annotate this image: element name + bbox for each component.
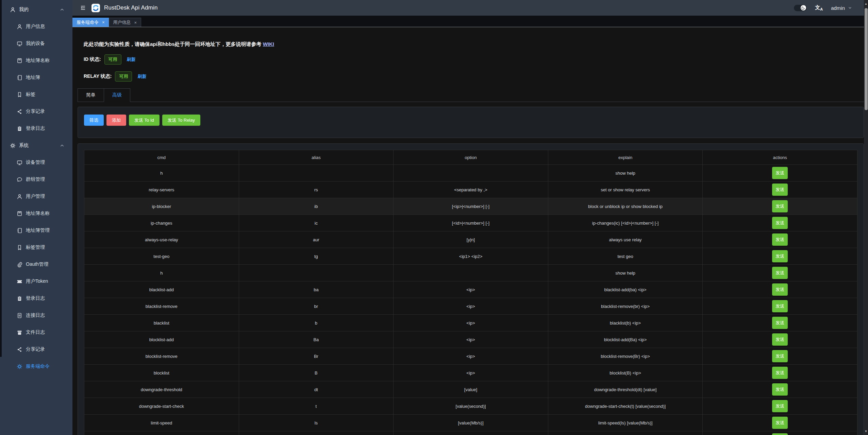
sidebar-item-Oauth管理[interactable]: Oauth管理 [2,256,72,273]
table-cell: always-use-relay [84,231,239,248]
send-button[interactable]: 发送 [772,367,788,379]
send-button[interactable]: 发送 [772,250,788,262]
table-cell-actions: 发送 [703,315,857,331]
sidebar-item-分享记录[interactable]: 分享记录 [2,341,72,358]
send-button[interactable]: 发送 [772,267,788,279]
send-button[interactable]: 发送 [772,400,788,412]
table-cell: blocklist [84,365,239,381]
toolbar-button-筛选[interactable]: 筛选 [84,115,104,126]
table-cell: ls [239,415,394,431]
close-icon[interactable]: × [134,20,137,25]
sidebar-item-地址簿[interactable]: 地址簿 [2,69,72,86]
table-cell-actions: 发送 [703,331,857,348]
scroll-up-icon[interactable]: ▲ [864,2,868,5]
sidebar-item-label: 设备管理 [26,159,45,166]
table-cell: rs [239,181,394,198]
refresh-link[interactable]: 刷新 [127,56,136,63]
table-cell: ip-changes [84,215,239,231]
send-button[interactable]: 发送 [772,317,788,329]
sidebar-section-0[interactable]: 我的 [2,1,72,18]
clipboard-icon [17,296,22,301]
sidebar-item-群组管理[interactable]: 群组管理 [2,171,72,188]
sidebar-item-用户管理[interactable]: 用户管理 [2,188,72,205]
sidebar-item-登录日志[interactable]: 登录日志 [2,120,72,137]
refresh-link[interactable]: 刷新 [137,73,146,80]
send-button[interactable]: 发送 [772,350,788,362]
send-button[interactable]: 发送 [772,184,788,196]
user-menu[interactable]: admin [831,5,852,11]
sidebar-item-用户Token[interactable]: 用户Token [2,273,72,290]
notice-text: 此处功能为实验性质，请确保api和hbbs处于同一回环地址下，更多说明请参考 [84,41,263,47]
chevron-down-icon [848,5,852,10]
table-cell-actions: 发送 [703,198,857,215]
sidebar-item-地址簿管理[interactable]: 地址簿管理 [2,222,72,239]
scroll-down-icon[interactable]: ▼ [864,430,868,433]
sidebar-item-label: 文件日志 [26,329,45,335]
sidebar-item-我的设备[interactable]: 我的设备 [2,35,72,52]
sidebar-section-1[interactable]: 系统 [2,137,72,154]
table-cell: ip-blocker [84,198,239,215]
main-content: 此处功能为实验性质，请确保api和hbbs处于同一回环地址下，更多说明请参考 W… [72,28,864,435]
send-button[interactable]: 发送 [772,217,788,229]
sidebar-item-地址簿名称[interactable]: 地址簿名称 [2,205,72,222]
toolbar-button-添加[interactable]: 添加 [106,115,126,126]
send-button[interactable]: 发送 [772,383,788,396]
sidebar-item-标签[interactable]: 标签 [2,86,72,103]
table-cell: test-geo [84,248,239,265]
content-tab-高级[interactable]: 高级 [104,88,130,102]
table-cell: [<ip>|<number>] [-] [394,198,548,215]
table-row: limit-speedls[value(Mb/s)]limit-speed(ls… [84,415,857,431]
table-cell-actions: 发送 [703,415,857,431]
sidebar-item-label: Oauth管理 [26,261,48,267]
send-button[interactable]: 发送 [772,300,788,312]
username: admin [831,5,845,11]
sidebar-collapse-icon[interactable] [80,5,86,11]
send-button[interactable]: 发送 [772,433,788,435]
sidebar-item-登录日志[interactable]: 登录日志 [2,290,72,307]
theme-toggle[interactable] [794,5,807,11]
column-header-explain: explain [548,150,703,165]
sidebar-item-连接日志[interactable]: 连接日志 [2,307,72,324]
table-cell: limit-speed [84,415,239,431]
user-icon [17,194,22,199]
window-tab-用户信息[interactable]: 用户信息× [109,18,141,27]
sidebar-item-地址簿名称[interactable]: 地址簿名称 [2,52,72,69]
sidebar-item-服务端命令[interactable]: 服务端命令 [2,358,72,375]
sidebar-item-设备管理[interactable]: 设备管理 [2,154,72,171]
send-button[interactable]: 发送 [772,200,788,212]
toolbar-button-发送 To Relay[interactable]: 发送 To Relay [162,115,200,126]
notebook-icon [17,228,22,233]
table-cell: ba [239,281,394,298]
table-cell [394,265,548,281]
table-cell: <ip> [394,348,548,365]
table-cell: [value(Mb/s)] [394,431,548,435]
send-button[interactable]: 发送 [772,167,788,179]
toolbar-button-发送 To Id[interactable]: 发送 To Id [129,115,160,126]
sidebar-item-分享记录[interactable]: 分享记录 [2,103,72,120]
sidebar-item-标签管理[interactable]: 标签管理 [2,239,72,256]
table-cell-actions: 发送 [703,181,857,198]
sidebar-item-label: 地址簿名称 [26,57,50,64]
table-cell: test geo [548,248,703,265]
table-row: relay-serversrs<separated by ,>set or sh… [84,181,857,198]
close-icon[interactable]: × [102,20,105,24]
translate-icon[interactable]: 文A [815,5,823,11]
send-button[interactable]: 发送 [772,233,788,246]
content-tab-简单[interactable]: 简单 [78,88,104,102]
send-button[interactable]: 发送 [772,417,788,429]
window-tab-服务端命令[interactable]: 服务端命令× [72,18,109,27]
share-icon [17,347,22,352]
scrollbar-thumb[interactable] [865,8,868,110]
table-cell-actions: 发送 [703,215,857,231]
wiki-link[interactable]: WIKI [263,41,274,47]
send-button[interactable]: 发送 [772,333,788,346]
sidebar-item-用户信息[interactable]: 用户信息 [2,18,72,35]
table-cell: blacklist(b) <ip> [548,315,703,331]
sidebar-item-文件日志[interactable]: 文件日志 [2,324,72,341]
table-cell [394,165,548,181]
page-scrollbar[interactable]: ▲ ▼ [864,0,868,435]
send-button[interactable]: 发送 [772,283,788,296]
table-row: blacklist-addba<ip>blacklist-add(ba) <ip… [84,281,857,298]
table-cell: blacklist [84,315,239,331]
table-cell: block or unblock ip or show blocked ip [548,198,703,215]
